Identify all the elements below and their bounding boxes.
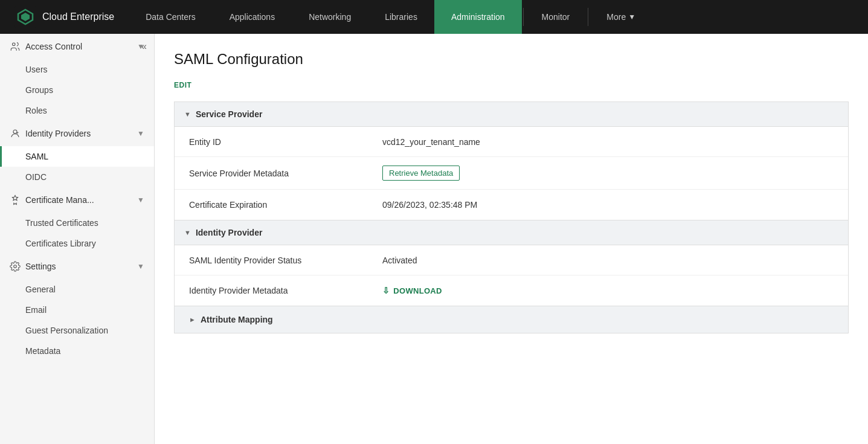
sidebar-section-title-certificate-management: Certificate Mana... [25,195,94,205]
sidebar-item-trusted-certificates[interactable]: Trusted Certificates [0,213,154,233]
download-link[interactable]: ⇩ DOWNLOAD [382,286,834,295]
nav-item-data-centers[interactable]: Data Centers [129,0,212,34]
sidebar-section-header-identity-providers[interactable]: Identity Providers ▼ [0,121,154,146]
nav-item-monitor[interactable]: Monitor [525,0,587,34]
sidebar-item-metadata[interactable]: Metadata [0,341,154,361]
config-row-entity-id: Entity ID vcd12_your_tenant_name [175,127,848,157]
sidebar-item-saml[interactable]: SAML [0,146,154,167]
retrieve-metadata-button[interactable]: Retrieve Metadata [382,166,460,181]
service-provider-metadata-value: Retrieve Metadata [382,166,834,181]
sidebar-item-users[interactable]: Users [0,59,154,80]
sidebar-section-header-certificate-management[interactable]: Certificate Mana... ▼ [0,187,154,213]
nav-items: Data Centers Applications Networking Lib… [129,0,868,34]
app-layout: « Access Control ▼ Users Groups Roles [0,34,868,444]
nav-divider-2 [588,8,588,26]
download-icon: ⇩ [382,286,390,295]
attribute-mapping-section-title: Attribute Mapping [201,315,273,324]
nav-item-libraries[interactable]: Libraries [368,0,434,34]
certificate-management-chevron-icon: ▼ [137,196,144,204]
identity-provider-section-title: Identity Provider [196,228,262,237]
sidebar-section-title-identity-providers: Identity Providers [25,129,91,138]
settings-icon [10,261,21,272]
config-row-saml-status: SAML Identity Provider Status Activated [175,245,848,275]
brand-logo[interactable]: Cloud Enterprise [0,0,129,34]
sidebar-item-general[interactable]: General [0,279,154,300]
nav-item-applications[interactable]: Applications [213,0,292,34]
nav-item-networking[interactable]: Networking [292,0,368,34]
identity-providers-chevron-icon: ▼ [137,129,144,138]
sidebar-section-access-control: Access Control ▼ Users Groups Roles [0,34,154,121]
more-chevron-icon: ▼ [628,13,635,21]
sidebar-collapse-button[interactable]: « [139,39,149,54]
settings-chevron-icon: ▼ [137,262,144,271]
sidebar-items-certificate-management: Trusted Certificates Certificates Librar… [0,213,154,254]
config-section-identity-provider: ▼ Identity Provider SAML Identity Provid… [174,220,849,306]
sidebar-item-guest-personalization[interactable]: Guest Personalization [0,320,154,341]
config-section-header-identity-provider[interactable]: ▼ Identity Provider [175,220,848,245]
brand-name: Cloud Enterprise [42,11,114,22]
cert-icon [10,195,21,205]
edit-link[interactable]: EDIT [174,81,191,89]
sidebar-item-oidc[interactable]: OIDC [0,167,154,187]
config-section-header-attribute-mapping[interactable]: ► Attribute Mapping [175,306,848,333]
config-section-header-service-provider[interactable]: ▼ Service Provider [175,102,848,127]
download-label: DOWNLOAD [393,286,442,295]
sidebar-item-certificates-library[interactable]: Certificates Library [0,233,154,254]
sidebar-section-title-access-control: Access Control [25,42,82,51]
certificate-expiration-label: Certificate Expiration [189,200,382,210]
sidebar-section-identity-providers: Identity Providers ▼ SAML OIDC [0,121,154,187]
sidebar-section-settings: Settings ▼ General Email Guest Personali… [0,254,154,361]
service-provider-metadata-label: Service Provider Metadata [189,169,382,178]
nav-item-administration[interactable]: Administration [434,0,522,34]
identity-icon [10,128,21,139]
sidebar-item-groups[interactable]: Groups [0,80,154,100]
sidebar-section-title-settings: Settings [25,262,56,271]
sidebar-items-identity-providers: SAML OIDC [0,146,154,187]
sidebar-items-settings: General Email Guest Personalization Meta… [0,279,154,361]
config-section-attribute-mapping: ► Attribute Mapping [174,306,849,333]
sidebar: « Access Control ▼ Users Groups Roles [0,34,155,444]
brand-logo-icon [14,6,36,28]
entity-id-value: vcd12_your_tenant_name [382,137,834,147]
config-section-service-provider: ▼ Service Provider Entity ID vcd12_your_… [174,101,849,220]
service-provider-section-title: Service Provider [196,109,263,119]
service-provider-chevron-icon: ▼ [184,111,191,118]
sidebar-section-header-settings[interactable]: Settings ▼ [0,254,154,279]
config-row-service-provider-metadata: Service Provider Metadata Retrieve Metad… [175,157,848,190]
sidebar-item-email[interactable]: Email [0,300,154,320]
page-title: SAML Configuration [174,51,849,68]
sidebar-items-access-control: Users Groups Roles [0,59,154,121]
config-row-certificate-expiration: Certificate Expiration 09/26/2023, 02:35… [175,190,848,220]
nav-divider-1 [523,8,524,26]
identity-provider-chevron-icon: ▼ [184,229,191,236]
identity-provider-metadata-label: Identity Provider Metadata [189,286,382,295]
saml-status-value: Activated [382,256,834,265]
attribute-mapping-chevron-icon: ► [189,316,196,323]
svg-point-5 [14,265,17,268]
top-navigation: Cloud Enterprise Data Centers Applicatio… [0,0,868,34]
config-row-identity-provider-metadata: Identity Provider Metadata ⇩ DOWNLOAD [175,275,848,306]
sidebar-section-header-access-control[interactable]: Access Control ▼ [0,34,154,59]
certificate-expiration-value: 09/26/2023, 02:35:48 PM [382,200,834,210]
sidebar-item-roles[interactable]: Roles [0,100,154,121]
nav-item-more[interactable]: More ▼ [590,0,652,34]
sidebar-section-certificate-management: Certificate Mana... ▼ Trusted Certificat… [0,187,154,254]
saml-status-label: SAML Identity Provider Status [189,256,382,265]
entity-id-label: Entity ID [189,137,382,147]
svg-point-3 [13,43,16,46]
main-content: SAML Configuration EDIT ▼ Service Provid… [155,34,868,444]
identity-provider-metadata-value: ⇩ DOWNLOAD [382,286,834,295]
people-icon [10,41,21,52]
